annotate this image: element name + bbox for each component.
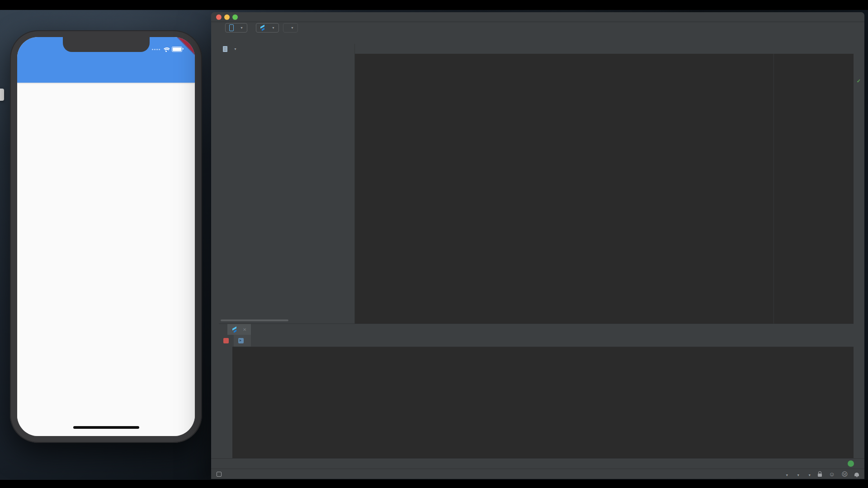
breadcrumb <box>211 33 864 44</box>
close-window-button[interactable] <box>216 14 222 20</box>
tool-window-toggle-icon[interactable] <box>217 472 222 477</box>
minimize-window-button[interactable] <box>224 14 230 20</box>
tool-window-bar <box>211 458 864 469</box>
device-selector[interactable]: ▼ <box>225 23 247 33</box>
console-tab-bar <box>219 335 854 347</box>
ios-simulator-window[interactable] <box>10 30 202 443</box>
home-indicator[interactable] <box>73 426 139 429</box>
target-device-selector[interactable]: ▼ <box>283 23 298 33</box>
device-icon <box>229 24 234 31</box>
status-bar-indicators <box>152 47 182 52</box>
chevron-down-icon: ▼ <box>240 26 243 29</box>
editor-tab-bar <box>355 44 854 54</box>
notifications-icon[interactable] <box>854 473 859 476</box>
chevron-icon: ▼ <box>797 474 800 477</box>
window-titlebar[interactable] <box>211 12 864 22</box>
flutter-icon <box>260 25 265 31</box>
run-tab-main-dart[interactable]: ✕ <box>227 324 251 335</box>
cellular-signal-icon <box>152 49 160 50</box>
screen-letterbox-bottom <box>0 480 868 488</box>
console-icon <box>238 338 244 343</box>
inspection-ok-icon[interactable]: ✓ <box>857 78 861 84</box>
event-log-badge <box>848 460 854 467</box>
iphone-notch <box>63 37 150 52</box>
stop-process-icon[interactable] <box>223 338 229 343</box>
line-ending-selector[interactable]: ▼ <box>784 472 788 477</box>
zoom-window-button[interactable] <box>232 14 238 20</box>
left-tool-window-strip <box>211 44 219 458</box>
happy-feedback-icon[interactable]: ☺ <box>829 471 835 478</box>
wifi-icon <box>162 47 170 52</box>
android-studio-window[interactable]: ▼ ▼ ▼ ✓ ▼ <box>211 12 864 479</box>
chevron-down-icon: ▼ <box>291 26 294 29</box>
console-output[interactable] <box>232 347 854 459</box>
project-panel: ▼ <box>219 44 355 324</box>
desktop: ▼ ▼ ▼ ✓ ▼ <box>0 0 868 488</box>
horizontal-scrollbar[interactable] <box>221 319 288 321</box>
sad-feedback-icon[interactable]: ☹ <box>841 471 848 478</box>
run-tool-window: ✕ <box>219 324 854 459</box>
editor[interactable] <box>355 44 854 324</box>
project-panel-header[interactable]: ▼ <box>219 44 354 54</box>
flutter-app-body <box>17 83 195 436</box>
window-edge-sliver <box>0 89 4 101</box>
chevron-down-icon: ▼ <box>234 47 237 51</box>
run-configuration-selector[interactable]: ▼ <box>256 23 279 33</box>
console-tab[interactable] <box>234 335 251 347</box>
main-toolbar: ▼ ▼ ▼ <box>211 22 864 33</box>
right-tool-window-strip: ✓ <box>853 44 864 458</box>
close-icon[interactable]: ✕ <box>243 327 246 332</box>
read-lock-icon[interactable] <box>818 474 822 477</box>
project-view-icon <box>223 46 227 52</box>
status-bar: ▼ ▼ ▼ ☺ ☹ <box>211 469 864 479</box>
code-area[interactable] <box>355 54 854 324</box>
project-tree <box>219 55 354 318</box>
chevron-down-icon: ▼ <box>272 26 275 29</box>
indent-selector[interactable]: ▼ <box>807 472 811 477</box>
run-panel-header: ✕ <box>219 324 854 335</box>
encoding-selector[interactable]: ▼ <box>795 472 800 477</box>
chevron-icon: ▼ <box>808 474 811 477</box>
flutter-icon <box>232 327 237 333</box>
simulator-screen <box>17 37 195 436</box>
chevron-icon: ▼ <box>785 474 788 477</box>
screen-letterbox-top <box>0 0 868 10</box>
console-side-toolbar <box>219 348 232 459</box>
battery-icon <box>172 47 182 52</box>
event-log-button[interactable] <box>848 460 857 467</box>
